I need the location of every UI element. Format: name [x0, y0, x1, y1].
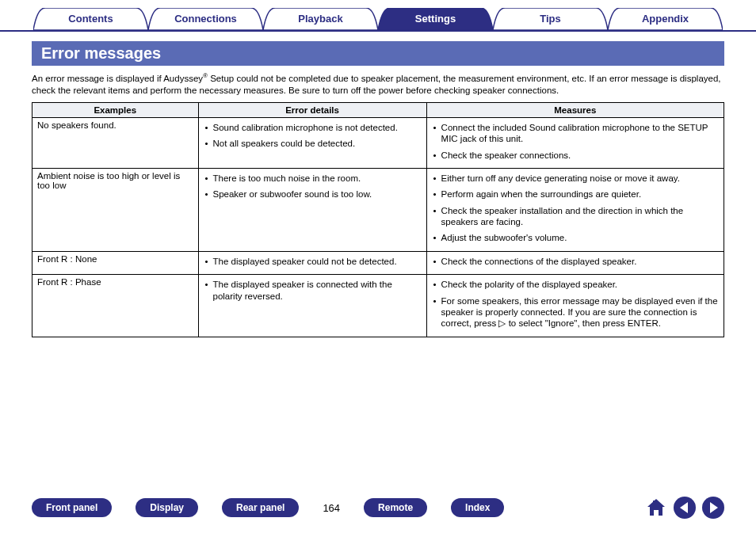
- remote-button[interactable]: Remote: [364, 498, 427, 517]
- top-tabs: Contents Connections Playback Settings T…: [0, 0, 756, 32]
- bottom-bar: Front panel Display Rear panel 164 Remot…: [0, 497, 756, 519]
- list-item: For some speakers, this error message ma…: [433, 295, 719, 329]
- cell-example: Ambient noise is too high or level is to…: [32, 168, 199, 251]
- tab-label: Contents: [68, 13, 113, 25]
- svg-rect-0: [653, 501, 655, 504]
- list-item: The displayed speaker could not be detec…: [205, 256, 422, 267]
- list-item: Perform again when the surroundings are …: [433, 188, 719, 200]
- tab-label: Connections: [174, 13, 237, 25]
- list-item: Check the polarity of the displayed spea…: [433, 279, 719, 290]
- tab-label: Playback: [298, 13, 342, 25]
- col-header-examples: Examples: [32, 102, 199, 117]
- list-item: There is too much noise in the room.: [205, 173, 422, 184]
- cell-details: There is too much noise in the room.Spea…: [198, 168, 426, 251]
- list-item: Not all speakers could be detected.: [205, 138, 422, 149]
- tab-settings[interactable]: Settings: [378, 8, 493, 30]
- error-table: Examples Error details Measures No speak…: [32, 102, 724, 337]
- tab-connections[interactable]: Connections: [148, 8, 263, 30]
- cell-measures: Either turn off any device generating no…: [426, 168, 724, 251]
- page-number: 164: [323, 502, 340, 514]
- rear-panel-button[interactable]: Rear panel: [222, 498, 299, 517]
- list-item: Connect the included Sound calibration m…: [433, 122, 719, 145]
- section-title: Error messages: [32, 41, 724, 66]
- nav-icons: [645, 497, 724, 519]
- tab-label: Settings: [415, 13, 456, 25]
- list-item: Check the connections of the displayed s…: [433, 256, 719, 267]
- tab-playback[interactable]: Playback: [263, 8, 378, 30]
- list-item: Adjust the subwoofer's volume.: [433, 232, 719, 243]
- tab-contents[interactable]: Contents: [33, 8, 148, 30]
- cell-details: The displayed speaker could not be detec…: [198, 251, 426, 274]
- intro-text: An error message is displayed if Audysse…: [32, 72, 724, 97]
- tab-appendix[interactable]: Appendix: [608, 8, 723, 30]
- prev-page-button[interactable]: [674, 497, 696, 519]
- front-panel-button[interactable]: Front panel: [32, 498, 112, 517]
- cell-measures: Check the polarity of the displayed spea…: [426, 275, 724, 337]
- col-header-details: Error details: [198, 102, 426, 117]
- tab-label: Appendix: [642, 13, 689, 25]
- cell-details: The displayed speaker is connected with …: [198, 275, 426, 337]
- cell-example: Front R : None: [32, 251, 199, 274]
- cell-measures: Check the connections of the displayed s…: [426, 251, 724, 274]
- home-icon[interactable]: [645, 497, 667, 519]
- cell-example: Front R : Phase: [32, 275, 199, 337]
- list-item: Check the speaker installation and the d…: [433, 205, 719, 228]
- list-item: Check the speaker connections.: [433, 150, 719, 161]
- list-item: Speaker or subwoofer sound is too low.: [205, 188, 422, 200]
- table-row: No speakers found.Sound calibration micr…: [32, 117, 724, 168]
- tab-label: Tips: [540, 13, 561, 25]
- list-item: Either turn off any device generating no…: [433, 173, 719, 184]
- cell-measures: Connect the included Sound calibration m…: [426, 117, 724, 168]
- table-row: Ambient noise is too high or level is to…: [32, 168, 724, 251]
- list-item: The displayed speaker is connected with …: [205, 279, 422, 302]
- table-row: Front R : PhaseThe displayed speaker is …: [32, 275, 724, 337]
- next-page-button[interactable]: [702, 497, 724, 519]
- arrow-left-icon: [680, 502, 688, 513]
- display-button[interactable]: Display: [136, 498, 198, 517]
- index-button[interactable]: Index: [451, 498, 504, 517]
- arrow-right-icon: [710, 502, 718, 513]
- col-header-measures: Measures: [426, 102, 724, 117]
- cell-details: Sound calibration microphone is not dete…: [198, 117, 426, 168]
- table-row: Front R : NoneThe displayed speaker coul…: [32, 251, 724, 274]
- cell-example: No speakers found.: [32, 117, 199, 168]
- list-item: Sound calibration microphone is not dete…: [205, 122, 422, 133]
- tab-tips[interactable]: Tips: [493, 8, 608, 30]
